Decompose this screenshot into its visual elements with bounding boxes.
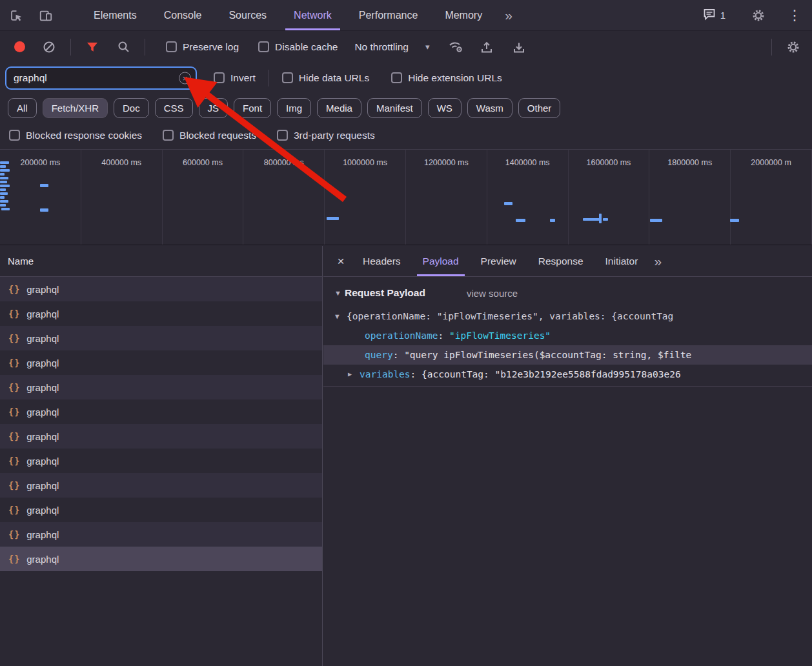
clear-filter-icon[interactable]: × xyxy=(179,72,191,84)
device-toolbar-icon[interactable] xyxy=(35,5,57,26)
request-row[interactable]: {}graphql xyxy=(0,449,322,473)
chip-img[interactable]: Img xyxy=(277,98,311,118)
json-value: {accountTag: "b12e3b2192ee5588fdad995178… xyxy=(421,369,681,379)
tab-performance[interactable]: Performance xyxy=(345,0,432,30)
request-row[interactable]: {}graphql xyxy=(0,277,322,301)
triangle-right-icon[interactable]: ▶ xyxy=(348,371,357,378)
request-row[interactable]: {}graphql xyxy=(0,424,322,449)
record-button[interactable] xyxy=(14,41,25,52)
tab-payload[interactable]: Payload xyxy=(412,246,470,276)
divider xyxy=(323,386,812,387)
filter-input[interactable] xyxy=(5,66,197,90)
third-party-requests-label: 3rd-party requests xyxy=(294,130,375,141)
inspect-element-icon[interactable] xyxy=(5,5,27,26)
timeline-label: 200000 ms xyxy=(20,158,60,167)
blocked-requests-checkbox[interactable] xyxy=(163,130,174,141)
network-conditions-icon[interactable] xyxy=(445,36,467,58)
tab-sources[interactable]: Sources xyxy=(215,0,280,30)
network-overview-timeline[interactable]: 200000 ms 400000 ms 600000 ms 800000 ms … xyxy=(0,150,812,245)
messages-button[interactable]: 1 xyxy=(703,8,726,23)
timeline-segment: 1800000 ms xyxy=(649,150,731,245)
payload-query-row[interactable]: query"query ipFlowTimeseries($accountTag… xyxy=(323,345,812,365)
menu-icon[interactable]: ⋮ xyxy=(787,8,802,23)
tab-initiator[interactable]: Initiator xyxy=(594,246,649,276)
blocked-response-cookies-checkbox[interactable] xyxy=(9,130,20,141)
request-row[interactable]: {}graphql xyxy=(0,473,322,498)
disable-cache-label: Disable cache xyxy=(275,41,338,53)
tab-memory[interactable]: Memory xyxy=(431,0,496,30)
tab-console[interactable]: Console xyxy=(150,0,216,30)
request-row[interactable]: {}graphql xyxy=(0,350,322,375)
request-payload-section-header[interactable]: ▼ Request Payload view source xyxy=(323,277,812,301)
chip-css[interactable]: CSS xyxy=(155,98,193,118)
search-icon[interactable] xyxy=(112,36,134,58)
close-icon[interactable]: × xyxy=(330,250,352,272)
request-row[interactable]: {}graphql xyxy=(0,399,322,424)
hide-data-urls-toggle[interactable]: Hide data URLs xyxy=(282,72,369,84)
requests-list: {}graphql {}graphql {}graphql {}graphql … xyxy=(0,277,322,571)
request-row[interactable]: {}graphql xyxy=(0,522,322,547)
tab-response[interactable]: Response xyxy=(527,246,594,276)
export-har-icon[interactable] xyxy=(508,36,530,58)
invert-toggle[interactable]: Invert xyxy=(214,72,256,84)
request-row[interactable]: {}graphql xyxy=(0,326,322,350)
chip-manifest[interactable]: Manifest xyxy=(367,98,422,118)
chip-font[interactable]: Font xyxy=(234,98,271,118)
hide-extension-urls-toggle[interactable]: Hide extension URLs xyxy=(391,72,502,84)
request-row[interactable]: {}graphql xyxy=(0,498,322,522)
triangle-down-icon[interactable]: ▼ xyxy=(335,313,344,320)
chip-all[interactable]: All xyxy=(8,98,37,118)
details-tab-bar: × Headers Payload Preview Response Initi… xyxy=(323,246,812,277)
tab-headers[interactable]: Headers xyxy=(352,246,412,276)
request-name: graphql xyxy=(26,333,59,344)
tab-preview[interactable]: Preview xyxy=(470,246,527,276)
triangle-down-icon[interactable]: ▼ xyxy=(334,290,343,297)
disable-cache-toggle[interactable]: Disable cache xyxy=(258,41,338,53)
chip-other[interactable]: Other xyxy=(518,98,561,118)
request-name: graphql xyxy=(26,358,59,368)
tab-network[interactable]: Network xyxy=(280,0,345,30)
request-row-selected[interactable]: {}graphql xyxy=(0,547,322,571)
braces-icon: {} xyxy=(8,431,20,441)
chip-ws[interactable]: WS xyxy=(428,98,462,118)
tab-elements[interactable]: Elements xyxy=(80,0,150,30)
json-value: "query ipFlowTimeseries($accountTag: str… xyxy=(404,350,691,360)
chip-wasm[interactable]: Wasm xyxy=(467,98,513,118)
invert-checkbox[interactable] xyxy=(214,72,225,83)
import-har-icon[interactable] xyxy=(476,36,498,58)
throttling-select[interactable]: No throttling ▾ xyxy=(354,41,429,53)
third-party-requests-toggle[interactable]: 3rd-party requests xyxy=(277,130,375,141)
clear-network-log-icon[interactable] xyxy=(38,36,60,58)
hide-extension-urls-checkbox[interactable] xyxy=(391,72,402,83)
request-details-panel: × Headers Payload Preview Response Initi… xyxy=(323,246,812,666)
chip-doc[interactable]: Doc xyxy=(114,98,149,118)
filter-icon[interactable] xyxy=(81,36,103,58)
more-detail-tabs-icon[interactable]: » xyxy=(654,254,662,268)
invert-label: Invert xyxy=(230,72,256,84)
preserve-log-label: Preserve log xyxy=(183,41,239,53)
blocked-response-cookies-toggle[interactable]: Blocked response cookies xyxy=(9,130,142,141)
payload-root-row[interactable]: ▼ {operationName: "ipFlowTimeseries", va… xyxy=(323,307,812,326)
json-string-value: "ipFlowTimeseries" xyxy=(449,330,551,341)
disable-cache-checkbox[interactable] xyxy=(258,41,269,52)
chip-fetch-xhr[interactable]: Fetch/XHR xyxy=(43,98,108,118)
request-row[interactable]: {}graphql xyxy=(0,375,322,399)
view-source-link[interactable]: view source xyxy=(467,288,518,299)
request-name: graphql xyxy=(26,382,59,393)
braces-icon: {} xyxy=(8,382,20,392)
settings-icon[interactable] xyxy=(747,5,769,26)
chip-media[interactable]: Media xyxy=(317,98,361,118)
request-row[interactable]: {}graphql xyxy=(0,301,322,326)
network-settings-icon[interactable] xyxy=(782,36,804,58)
timeline-label: 2000000 m xyxy=(751,158,791,167)
third-party-requests-checkbox[interactable] xyxy=(277,130,288,141)
preserve-log-checkbox[interactable] xyxy=(166,41,177,52)
hide-data-urls-checkbox[interactable] xyxy=(282,72,293,83)
name-column-header[interactable]: Name xyxy=(0,246,322,277)
payload-variables-row[interactable]: ▶ variables{accountTag: "b12e3b2192ee558… xyxy=(323,365,812,384)
more-tabs-icon[interactable]: » xyxy=(505,8,513,22)
advanced-filters-row: Blocked response cookies Blocked request… xyxy=(0,121,812,150)
preserve-log-toggle[interactable]: Preserve log xyxy=(166,41,239,53)
chip-js[interactable]: JS xyxy=(199,98,228,118)
blocked-requests-toggle[interactable]: Blocked requests xyxy=(163,130,256,141)
